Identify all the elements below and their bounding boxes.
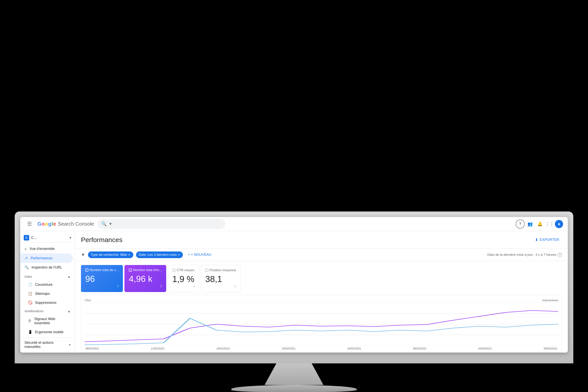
filter-chip-date[interactable]: Date: Les 3 derniers mois ✏ bbox=[136, 252, 183, 258]
export-label: EXPORTER bbox=[540, 238, 559, 242]
overview-icon: ⌂ bbox=[24, 246, 27, 251]
section-index: Index ▲ 📄 Couverture 📋 Sitemaps bbox=[20, 274, 75, 307]
metric-impressions-value: 4,96 k bbox=[129, 274, 162, 284]
chart-area: Clics Impressions bbox=[75, 292, 568, 352]
new-filter-button[interactable]: + + NOUVEAU bbox=[186, 251, 214, 258]
suppressions-label: Suppressions bbox=[35, 301, 56, 305]
chart-container: Clics Impressions bbox=[81, 295, 562, 352]
metric-card-impressions-header: ✓ Nombre total d'im... bbox=[129, 268, 162, 272]
bell-icon[interactable]: 🔔 bbox=[535, 220, 544, 228]
metric-impressions-help: ? bbox=[129, 285, 162, 288]
browser-window: ☰ Google Search Console 🔍 ? 👥 🔔 ⋮⋮ a bbox=[20, 217, 568, 352]
ergonomie-mobile-icon: 📱 bbox=[28, 330, 32, 334]
signaux-web-label: Signaux Web essentiels bbox=[34, 317, 70, 325]
metric-impressions-checkbox: ✓ bbox=[129, 268, 132, 272]
section-securite: Sécurité et actions manuelles ▾ bbox=[20, 337, 75, 351]
metric-card-position-header: Position moyenne bbox=[205, 268, 236, 272]
metric-card-position[interactable]: Position moyenne 38,1 ? bbox=[201, 265, 240, 292]
metric-card-ctr-header: CTR moyen bbox=[172, 268, 195, 272]
url-inspection-icon: 🔍 bbox=[24, 265, 29, 270]
property-name: C... bbox=[31, 236, 68, 240]
metric-position-label: Position moyenne bbox=[210, 268, 236, 272]
chart-date-8: 08/03/2021 bbox=[544, 347, 558, 350]
metric-clics-label: Nombre total de c... bbox=[90, 268, 118, 272]
section-anciens-outils-header[interactable]: Anciens outils et rapports ▾ bbox=[20, 351, 75, 352]
new-filter-label: + NOUVEAU bbox=[191, 253, 212, 257]
overview-label: Vue d'ensemble bbox=[30, 247, 55, 251]
export-button[interactable]: ⬇ EXPORTER bbox=[532, 236, 562, 244]
chart-date-6: 28/02/2021 bbox=[413, 347, 426, 350]
chart-right-label: Impressions bbox=[542, 298, 558, 302]
section-securite-header[interactable]: Sécurité et actions manuelles ▾ bbox=[20, 338, 75, 351]
metrics-row: ✓ Nombre total de c... 96 ? bbox=[75, 261, 568, 292]
sidebar-item-ergonomie-mobile[interactable]: 📱 Ergonomie mobile bbox=[20, 328, 75, 336]
last-update-help-icon[interactable]: ? bbox=[558, 253, 562, 257]
performances-icon: ↗ bbox=[24, 256, 28, 260]
metric-card-ctr[interactable]: CTR moyen 1,9 % ? bbox=[168, 265, 199, 292]
nav-icons: ? 👥 🔔 ⋮⋮ a bbox=[516, 220, 563, 228]
couverture-icon: 📄 bbox=[28, 282, 32, 287]
search-icon: 🔍 bbox=[101, 222, 106, 226]
chart-date-3: 16/02/2021 bbox=[216, 347, 230, 350]
sidebar-item-couverture[interactable]: 📄 Couverture bbox=[20, 280, 75, 289]
performances-label: Performances bbox=[30, 256, 52, 260]
ergonomie-mobile-label: Ergonomie mobile bbox=[35, 330, 64, 334]
metric-clics-value: 96 bbox=[85, 274, 118, 284]
sidebar-item-url-inspection[interactable]: 🔍 Inspection de l'URL bbox=[20, 263, 73, 272]
hamburger-button[interactable]: ☰ bbox=[25, 220, 34, 228]
main-content: Performances ⬇ EXPORTER ▼ Type de recher… bbox=[75, 231, 568, 352]
top-nav: ☰ Google Search Console 🔍 ? 👥 🔔 ⋮⋮ a bbox=[20, 217, 568, 231]
section-ameliorations-label: Améliorations bbox=[24, 310, 44, 313]
url-inspection-label: Inspection de l'URL bbox=[32, 266, 62, 270]
filter-chip-search-type[interactable]: Type de recherche: Web ✏ bbox=[88, 252, 133, 258]
chart-date-4: 20/02/2021 bbox=[282, 347, 296, 350]
impressions-line bbox=[85, 310, 558, 342]
chart-date-1: 08/02/2021 bbox=[86, 347, 99, 350]
last-update-text: Date de la dernière mise à jour : il y a… bbox=[488, 253, 556, 257]
section-index-header[interactable]: Index ▲ bbox=[20, 274, 75, 280]
chart-axis-labels: Clics Impressions bbox=[85, 298, 558, 302]
help-icon[interactable]: ? bbox=[516, 220, 525, 228]
suppressions-icon: 🚫 bbox=[28, 300, 32, 305]
sidebar-item-suppressions[interactable]: 🚫 Suppressions bbox=[20, 298, 75, 307]
chart-date-2: 12/02/2021 bbox=[151, 347, 165, 350]
sidebar-item-overview[interactable]: ⌂ Vue d'ensemble bbox=[20, 244, 73, 254]
last-update: Date de la dernière mise à jour : il y a… bbox=[488, 253, 562, 257]
signaux-web-icon: ⏱ bbox=[28, 319, 32, 323]
metric-position-value: 38,1 bbox=[205, 274, 236, 284]
metric-ctr-checkbox bbox=[172, 269, 176, 272]
section-ameliorations-header[interactable]: Améliorations ▲ bbox=[20, 308, 75, 314]
section-securite-chevron: ▾ bbox=[69, 343, 70, 347]
filter-funnel-icon: ▼ bbox=[81, 252, 85, 257]
avatar-button[interactable]: a bbox=[555, 220, 563, 228]
sitemaps-icon: 📋 bbox=[28, 292, 32, 296]
grid-icon[interactable]: ⋮⋮ bbox=[545, 220, 554, 228]
page-title: Performances bbox=[81, 236, 122, 244]
chart-dates: 08/02/2021 12/02/2021 16/02/2021 20/02/2… bbox=[85, 347, 558, 350]
chart-svg: 450 300 150 0 0 bbox=[85, 302, 558, 346]
sidebar-item-signaux-web[interactable]: ⏱ Signaux Web essentiels bbox=[20, 314, 75, 328]
gsc-logo: Google Search Console bbox=[38, 221, 94, 227]
sidebar-item-sitemaps[interactable]: 📋 Sitemaps bbox=[20, 289, 75, 298]
section-anciens-outils: Anciens outils et rapports ▾ bbox=[20, 351, 75, 352]
metric-ctr-help: ? bbox=[172, 285, 195, 289]
metric-clics-help: ? bbox=[85, 285, 118, 288]
metric-ctr-value: 1,9 % bbox=[172, 274, 195, 284]
content-header: Performances ⬇ EXPORTER bbox=[75, 231, 568, 248]
metric-card-clics[interactable]: ✓ Nombre total de c... 96 ? bbox=[81, 265, 123, 292]
chart-svg-container: 450 300 150 0 0 bbox=[85, 302, 558, 346]
users-icon[interactable]: 👥 bbox=[526, 220, 534, 228]
property-selector[interactable]: C C... ▾ bbox=[20, 233, 75, 243]
metric-position-checkbox bbox=[205, 269, 208, 272]
sidebar-item-performances[interactable]: ↗ Performances bbox=[20, 254, 73, 263]
search-bar[interactable]: 🔍 bbox=[98, 219, 225, 229]
filters-bar: ▼ Type de recherche: Web ✏ Date: Les 3 d… bbox=[75, 248, 568, 261]
monitor-stand-neck bbox=[264, 364, 324, 385]
clics-line bbox=[85, 318, 558, 345]
metric-position-help: ? bbox=[205, 285, 236, 289]
new-filter-plus-icon: + bbox=[188, 253, 190, 257]
metric-card-impressions[interactable]: ✓ Nombre total d'im... 4,96 k ? bbox=[124, 265, 166, 292]
section-index-label: Index bbox=[24, 275, 32, 278]
search-input[interactable] bbox=[108, 222, 221, 226]
section-securite-label: Sécurité et actions manuelles bbox=[24, 341, 69, 349]
